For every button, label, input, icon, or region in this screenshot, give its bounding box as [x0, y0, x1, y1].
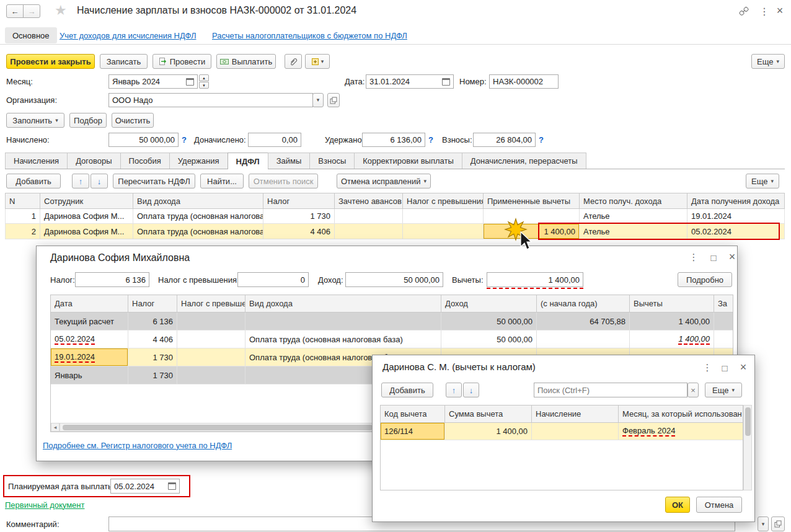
cancel-button[interactable]: Отмена [696, 497, 742, 513]
col-deduction-code[interactable]: Код вычета [381, 406, 445, 422]
search-clear-icon[interactable]: × [687, 383, 699, 397]
cell-deduction-code-highlighted[interactable]: 126/114 [381, 423, 445, 440]
cell-income[interactable]: 50 000,00 [441, 330, 537, 348]
ndfl-register-link[interactable]: Подробнее см. Регистр налогового учета п… [43, 440, 232, 451]
cell-date[interactable]: 05.02.2024 [51, 330, 128, 348]
dialog-maximize-icon[interactable]: □ [718, 361, 731, 374]
tab-ndfl[interactable]: НДФЛ [228, 153, 268, 169]
cell-excess[interactable] [177, 348, 245, 366]
cell-tax[interactable]: 1 730 [263, 209, 335, 223]
cell-tax[interactable]: 4 406 [263, 224, 335, 239]
col-deduction-month[interactable]: Месяц, за который использован [619, 406, 743, 422]
col-accrual[interactable]: Начисление [532, 406, 619, 422]
number-input[interactable]: НАЗК-000002 [489, 74, 559, 89]
cell-deduction-amount[interactable]: 1 400,00 [445, 423, 532, 440]
col-income-type[interactable]: Вид дохода [133, 193, 263, 208]
cell-advance-cut[interactable] [714, 330, 733, 348]
col-advance[interactable]: Зачтено авансов [335, 193, 403, 208]
deductions-table-row[interactable]: 126/114 1 400,00 Февраль 2024 [381, 423, 743, 440]
dialog-menu-icon[interactable]: ⋮ [701, 361, 714, 374]
cell-advance-cut[interactable] [714, 313, 733, 330]
tab-withholdings[interactable]: Удержания [169, 153, 228, 169]
ndfl-grid-row-1[interactable]: 1 Даринова София М... Оплата труда (осно… [5, 209, 785, 224]
col-excess[interactable]: Налог с превыше... [177, 295, 245, 312]
cell-excess[interactable] [177, 366, 245, 384]
col-excess-tax[interactable]: Налог с превышения [403, 193, 484, 208]
post-and-close-button[interactable]: Провести и закрыть [6, 54, 95, 69]
organization-open-button[interactable] [327, 93, 340, 107]
cell-income-type[interactable]: Оплата труда (основная налоговая... [133, 224, 263, 239]
month-stepper[interactable]: ▲ ▼ [199, 74, 209, 89]
responsible-dropdown-button[interactable]: ▾ [758, 516, 769, 531]
cell-excess[interactable] [177, 330, 245, 348]
spin-down-icon[interactable]: ▼ [199, 82, 209, 89]
cell-place[interactable]: Ателье [580, 209, 687, 223]
cell-income[interactable]: 50 000,00 [441, 313, 537, 330]
nav-back-button[interactable]: ← [6, 4, 24, 18]
cell-date[interactable]: Январь [51, 366, 128, 384]
deductions-add-button[interactable]: Добавить [381, 383, 433, 397]
col-date[interactable]: Дата [51, 295, 128, 312]
excess-tax-input[interactable]: 0 [237, 272, 309, 287]
col-tax[interactable]: Налог [128, 295, 177, 312]
cell-deduction-month[interactable]: Февраль 2024 [619, 423, 743, 440]
get-link-icon[interactable] [738, 5, 750, 17]
move-up-button[interactable]: ↑ [72, 174, 89, 188]
col-deduction-amount[interactable]: Сумма вычета [445, 406, 532, 422]
employee-table-row-current[interactable]: Текущий расчет 6 136 50 000,00 64 705,88… [51, 313, 733, 330]
tab-accruals[interactable]: Начисления [5, 153, 68, 169]
calendar-icon[interactable] [186, 78, 194, 86]
contributions-input[interactable]: 26 804,00 [473, 133, 536, 147]
organization-dropdown-button[interactable]: ▾ [312, 93, 324, 107]
recalc-ndfl-button[interactable]: Пересчитать НДФЛ [113, 174, 195, 188]
tab-recalculations[interactable]: Доначисления, перерасчеты [462, 153, 586, 169]
contributions-help-icon[interactable]: ? [539, 133, 544, 147]
extra-accrued-input[interactable]: 0,00 [248, 133, 301, 147]
cell-income-type[interactable]: Оплата труда (основная налоговая... [133, 209, 263, 223]
organization-input[interactable]: ООО Надо [108, 93, 313, 107]
col-income-place[interactable]: Место получ. дохода [580, 193, 687, 208]
cancel-search-button[interactable]: Отменить поиск [249, 174, 318, 188]
col-deductions[interactable]: Примененные вычеты [484, 193, 580, 208]
nav-link-ndfl-budget[interactable]: Расчеты налогоплательщиков с бюджетом по… [212, 30, 407, 41]
cell-date[interactable]: Текущий расчет [51, 313, 128, 330]
cell-deduction[interactable]: 1 400,00 [630, 330, 714, 348]
fill-button[interactable]: Заполнить▾ [6, 113, 64, 128]
dialog-close-icon[interactable]: × [726, 250, 738, 264]
col-deductions[interactable]: Вычеты [630, 295, 714, 312]
cell-income-type[interactable] [245, 313, 441, 330]
col-income-type[interactable]: Вид дохода [245, 295, 441, 312]
scrollbar-thumb[interactable] [63, 425, 373, 430]
move-down-button[interactable]: ↓ [91, 174, 108, 188]
cell-ytd[interactable]: 64 705,88 [537, 313, 630, 330]
dialog-maximize-icon[interactable]: □ [707, 251, 720, 264]
cell-tax[interactable]: 1 730 [128, 348, 177, 366]
cell-advance[interactable] [335, 224, 403, 239]
scrollbar-thumb[interactable] [745, 407, 751, 436]
cell-date-highlighted[interactable]: 19.01.2024 [51, 348, 128, 366]
responsible-open-button[interactable] [771, 516, 785, 531]
attachments-button[interactable] [285, 54, 302, 69]
ok-button[interactable]: ОК [665, 497, 690, 513]
vertical-scrollbar[interactable] [743, 405, 752, 490]
col-tax[interactable]: Налог [263, 193, 335, 208]
nav-forward-button[interactable]: → [23, 4, 40, 18]
tab-loans[interactable]: Займы [268, 153, 311, 169]
ndfl-grid-row-2[interactable]: 2 Даринова София М... Оплата труда (осно… [5, 224, 785, 239]
cell-excess[interactable] [177, 313, 245, 330]
details-button[interactable]: Подробно [678, 272, 732, 287]
cell-date[interactable]: 05.02.2024 [687, 224, 784, 239]
create-based-on-button[interactable]: ▾ [305, 54, 330, 69]
accrued-help-icon[interactable]: ? [182, 133, 187, 147]
scroll-left-icon[interactable]: ◂ [51, 423, 60, 432]
employee-table-row-0502[interactable]: 05.02.2024 4 406 Оплата труда (основная … [51, 330, 733, 348]
find-button[interactable]: Найти... [200, 174, 244, 188]
cell-tax[interactable]: 1 730 [128, 366, 177, 384]
cell-advance[interactable] [335, 209, 403, 223]
deduction-input[interactable]: 1 400,00 [487, 272, 583, 287]
grid-more-button[interactable]: Еще▾ [746, 174, 779, 188]
dialog-menu-icon[interactable]: ⋮ [687, 251, 700, 264]
pick-button[interactable]: Подбор [69, 113, 107, 128]
cell-deduction[interactable]: 1 400,00 [630, 313, 714, 330]
deductions-more-button[interactable]: Еще▾ [705, 383, 742, 397]
